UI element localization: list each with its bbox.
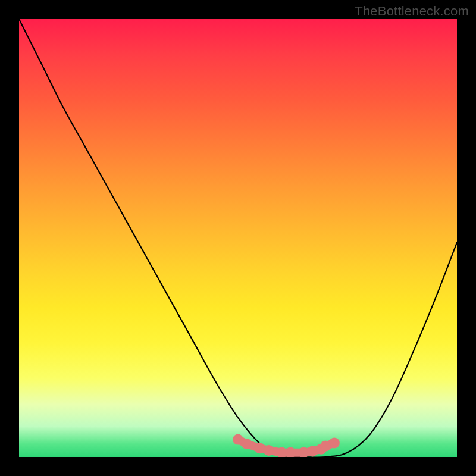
bottleneck-curve-line: [19, 19, 457, 457]
curve-group: [19, 19, 457, 457]
marker-group: [233, 434, 340, 457]
chart-svg: [19, 19, 457, 457]
watermark-text: TheBottleneck.com: [355, 4, 469, 19]
chart-frame: TheBottleneck.com: [0, 0, 476, 476]
marker-dot: [242, 439, 252, 449]
chart-plot-area: [19, 19, 457, 457]
marker-dot: [329, 437, 340, 448]
marker-dot: [264, 445, 274, 456]
